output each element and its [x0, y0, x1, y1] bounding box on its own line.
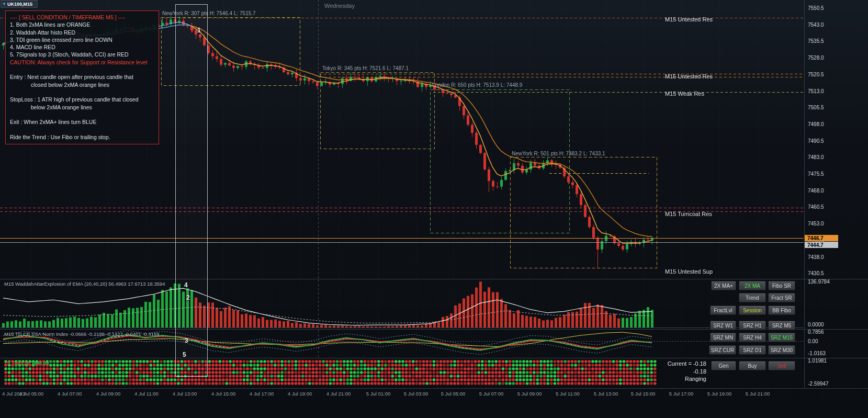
mt4-chart-window: ▾ UK100,M15 Wednesday ---- [ SELL CONDIT… [0, 0, 868, 418]
annotation-line [10, 126, 154, 133]
price-tick: 7483.0 [808, 154, 824, 160]
bid-price-box: 7444.7 [805, 242, 838, 248]
button-gen[interactable]: Gen [711, 361, 736, 370]
price-tick: 7505.5 [808, 105, 824, 110]
time-label: 5 Jul 01:00 [366, 391, 390, 397]
time-label: 5 Jul 09:00 [517, 391, 542, 397]
time-label: 4 Jul 17:00 [250, 391, 274, 397]
waddah-panel-label: M15 WaddahAttarExplosion of EMA (20,40,2… [4, 281, 165, 287]
day-separator-label: Wednesday [324, 3, 355, 9]
annotation-line: Ride the Trend : Use Fibo or trailing st… [10, 133, 154, 141]
annotation-line [10, 111, 154, 118]
price-tick: 7430.5 [808, 270, 824, 276]
panel-separator[interactable] [0, 279, 868, 279]
signal-marker-3: 3 [185, 337, 188, 344]
annotation-line: Entry : Next candle open after previous … [10, 73, 154, 81]
button-session[interactable]: Session [739, 306, 766, 315]
annotation-line: StopLoss : 1 ATR high of previous candle… [10, 96, 154, 103]
sell-arrow-icon [190, 28, 194, 32]
signal-marker-5: 5 [183, 351, 186, 358]
level-label: M15 Turncoat Res [665, 211, 712, 217]
signals-status-mode: Ranging [657, 375, 706, 383]
symbol-tab-label: UK100,M15 [7, 2, 32, 7]
annotation-line: closed below 2xMA orange lines [10, 81, 154, 88]
time-label: 4 Jul 11:00 [134, 391, 159, 397]
time-label: 5 Jul 19:00 [707, 391, 731, 397]
level-label: M15 Weak Res [665, 91, 704, 97]
signals-status: Current = -0.18 -0.18 Ranging [657, 360, 706, 383]
level-label: M15 Untested Res [665, 73, 713, 80]
annotation-line: 2. Waddah Attar histo RED [10, 29, 154, 36]
time-label: 5 Jul 15:00 [631, 391, 655, 397]
signals-label-value-green: 7446.59 [31, 360, 49, 366]
price-tick: 7498.0 [808, 121, 824, 127]
time-label: 5 Jul 21:00 [746, 391, 770, 397]
signals-status-value: -0.18 [657, 368, 706, 376]
indicator-scale-tick: -2.59947 [808, 381, 828, 387]
time-label: 5 Jul 03:00 [404, 391, 428, 397]
button-srz-m30[interactable]: SRZ M30 [768, 345, 795, 355]
button-2x-ma-[interactable]: 2X MA+ [711, 281, 736, 290]
indicator-scale-tick: 0.7856 [808, 329, 824, 335]
symbol-tab[interactable]: ▾ UK100,M15 [1, 0, 38, 8]
button-srz-h4[interactable]: SRZ H4 [739, 333, 766, 342]
annotation-line: Exit : When 2xMA+ lines turn BLUE [10, 118, 154, 126]
button-2x-ma[interactable]: 2X MA [739, 281, 766, 290]
time-label: 4 Jul 09:00 [96, 391, 120, 397]
button-bb-fibo[interactable]: BB Fibo [768, 306, 795, 315]
price-tick: 7438.0 [808, 254, 824, 260]
annotation-line: ---- [ SELL CONDITION / TIMEFRAME M5 ] -… [10, 14, 154, 21]
annotation-line: 5. 7Signals top 3 (Stoch, Waddah, CCI) a… [10, 51, 154, 58]
button-fibo-sr[interactable]: Fibo SR [768, 281, 795, 290]
price-tick: 7550.5 [808, 5, 824, 11]
annotation-line [10, 66, 154, 73]
price-tick: 7468.0 [808, 188, 824, 194]
time-label: 4 Jul 07:00 [58, 391, 82, 397]
button-srz-cur[interactable]: SRZ CUR [709, 345, 736, 355]
price-tick: 7528.0 [808, 55, 824, 61]
button-fractlvl[interactable]: FractLvl [710, 306, 736, 315]
ask-price-box: 7446.7 [805, 235, 838, 241]
panel-separator[interactable] [0, 358, 868, 358]
button-srz-m5[interactable]: SRZ M5 [768, 321, 795, 330]
indicator-scale-tick: 0.0000 [808, 322, 824, 327]
annotation-line: 4. MACD line RED [10, 43, 154, 51]
time-label: 4 Jul 15:00 [211, 391, 235, 397]
time-label: 5 Jul 13:00 [594, 391, 618, 397]
price-tick: 7475.5 [808, 171, 824, 177]
time-label: 4 Jul 05:00 [19, 391, 43, 397]
signals-status-current: Current = -0.18 [657, 360, 706, 368]
time-label: 5 Jul 11:00 [556, 391, 580, 397]
price-scale[interactable]: 7550.57543.07535.57528.07520.57513.07505… [804, 0, 868, 388]
annotation-line: CAUTION: Always check for Support or Res… [10, 59, 154, 66]
button-srz-h1[interactable]: SRZ H1 [739, 321, 766, 330]
button-buy[interactable]: Buy [739, 361, 766, 370]
indicator-scale-tick: 136.9784 [808, 279, 830, 285]
session-label: Tokyo R: 345 pts H: 7521.6 L: 7487.1 [322, 65, 409, 71]
button-sell[interactable]: Sell [768, 361, 795, 370]
price-tick: 7513.0 [808, 88, 824, 94]
session-label: NewYork R: 307 pts H: 7546.4 L: 7515.7 [162, 10, 256, 16]
price-tick: 7535.5 [808, 38, 824, 44]
time-label: 4 Jul 19:00 [288, 391, 312, 397]
button-srz-m15[interactable]: SRZ M15 [768, 333, 795, 342]
annotation-line [10, 88, 154, 96]
waddah-panel-canvas[interactable] [0, 280, 804, 329]
button-srz-d1[interactable]: SRZ D1 [739, 345, 766, 355]
panel-separator[interactable] [0, 329, 868, 330]
annotation-line: 3. TDI green line crossed zero line DOWN [10, 36, 154, 43]
time-label: 5 Jul 17:00 [669, 391, 693, 397]
button-srz-mn[interactable]: SRZ MN [710, 333, 736, 342]
time-axis[interactable]: 4 Jul 20234 Jul 05:004 Jul 07:004 Jul 09… [0, 388, 868, 418]
price-tick: 7453.0 [808, 221, 824, 227]
button-fract-sr[interactable]: Fract SR [768, 293, 795, 302]
signals-label-value-red: 7S 7443.28 [4, 360, 30, 366]
time-label: 4 Jul 13:00 [173, 391, 197, 397]
chevron-down-icon: ▾ [3, 2, 5, 6]
tdi-panel-label: M15 TD CB SSA Norm Index -0.0666 -0.2188… [4, 331, 160, 337]
button-srz-w1[interactable]: SRZ W1 [710, 321, 736, 330]
time-label: 4 Jul 21:00 [326, 391, 351, 397]
button-trend[interactable]: Trend [739, 293, 766, 302]
sell-condition-note: ---- [ SELL CONDITION / TIMEFRAME M5 ] -… [5, 10, 159, 144]
price-tick: 7460.5 [808, 204, 824, 210]
